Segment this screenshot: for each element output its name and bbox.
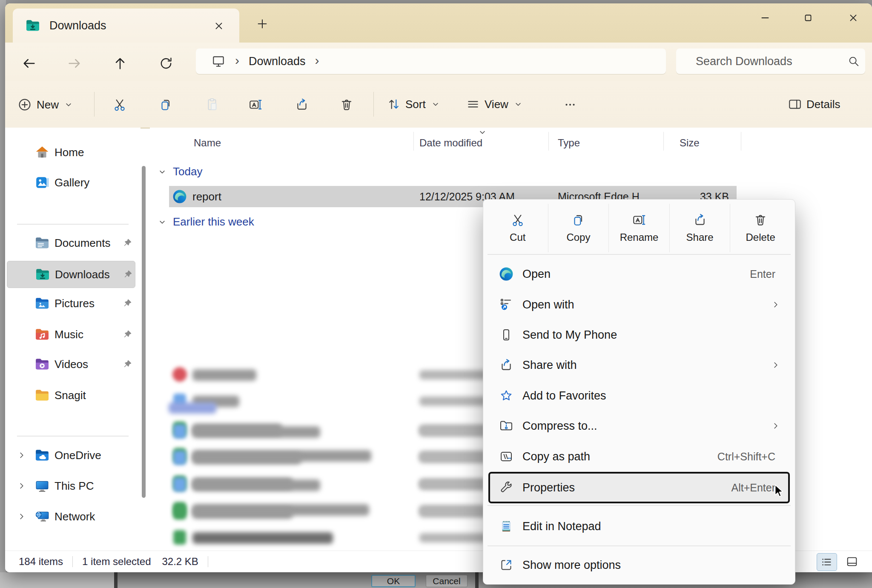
context-menu-item-copy-as-path[interactable]: Copy as path Ctrl+Shift+C — [489, 442, 789, 471]
sidebar-item-label: Documents — [54, 237, 111, 250]
chevron-right-icon[interactable] — [17, 481, 26, 491]
blurred-file-name — [192, 453, 301, 464]
cut-button[interactable] — [108, 95, 131, 114]
new-button[interactable]: New — [17, 97, 73, 112]
tab-downloads[interactable]: Downloads — [13, 9, 239, 43]
copy-button[interactable] — [154, 95, 177, 114]
search-icon[interactable] — [847, 55, 860, 68]
blurred-file-name — [192, 369, 256, 381]
context-menu-item-show-more-options[interactable]: Show more options — [489, 550, 789, 580]
column-header-size[interactable]: Size — [680, 137, 700, 149]
edge-icon — [498, 267, 515, 281]
see-more-button[interactable] — [559, 95, 582, 114]
group-header-blurred[interactable] — [169, 402, 216, 414]
context-menu-item-edit-in-notepad[interactable]: Edit in Notepad — [489, 511, 789, 541]
group-header-earlier-this-week[interactable]: Earlier this week — [158, 215, 254, 228]
context-menu-item-open[interactable]: Open Enter — [489, 259, 789, 289]
group-label: Today — [173, 165, 202, 178]
new-tab-button[interactable] — [251, 14, 273, 33]
column-header-type[interactable]: Type — [558, 137, 580, 149]
up-button[interactable] — [108, 54, 132, 73]
sort-button[interactable]: Sort — [387, 97, 440, 111]
quick-action-label: Share — [686, 231, 714, 243]
context-menu-item-share-with[interactable]: Share with — [489, 350, 789, 380]
menu-item-label: Open with — [522, 298, 574, 311]
search-input[interactable] — [695, 54, 847, 69]
file-blue-icon — [172, 451, 187, 465]
close-button[interactable] — [838, 7, 868, 29]
group-header-today[interactable]: Today — [158, 165, 202, 178]
quick-action-rename[interactable]: Rename — [609, 204, 670, 252]
sidebar-item-gallery[interactable]: Gallery — [7, 169, 135, 196]
file-green-icon — [172, 505, 187, 519]
address-bar[interactable]: › Downloads › — [196, 49, 666, 74]
monitor-icon[interactable] — [211, 54, 226, 69]
sidebar-item-documents[interactable]: Documents — [7, 230, 135, 256]
sidebar-item-music[interactable]: Music — [7, 321, 135, 348]
zip-folder-icon — [498, 419, 515, 433]
sidebar-item-pictures[interactable]: Pictures — [7, 290, 135, 317]
chevron-down-icon[interactable] — [158, 167, 167, 177]
column-separator[interactable] — [741, 132, 741, 151]
context-menu-item-add-to-favorites[interactable]: Add to Favorites — [489, 381, 789, 411]
sidebar-item-snagit[interactable]: Snagit — [7, 382, 135, 408]
share-button[interactable] — [290, 95, 313, 114]
sidebar-item-videos[interactable]: Videos — [7, 351, 135, 377]
context-menu-item-open-with[interactable]: Open with — [489, 290, 789, 320]
sidebar-scrollbar[interactable] — [142, 166, 146, 498]
sidebar-item-home[interactable]: Home — [7, 139, 135, 166]
search-box[interactable] — [676, 49, 865, 74]
folder-music-icon — [35, 328, 49, 341]
menu-item-label: Show more options — [522, 559, 621, 572]
open-with-icon — [498, 298, 515, 311]
sidebar-item-onedrive[interactable]: OneDrive — [7, 442, 135, 468]
rename-icon — [632, 213, 646, 227]
breadcrumb-downloads[interactable]: Downloads — [249, 55, 306, 68]
chevron-right-icon[interactable] — [17, 451, 26, 460]
delete-button[interactable] — [335, 95, 358, 114]
file-blue-icon — [172, 477, 187, 492]
back-button[interactable] — [17, 54, 41, 73]
thumbnail-view-toggle[interactable] — [842, 553, 862, 570]
column-separator[interactable] — [663, 132, 664, 151]
quick-action-share[interactable]: Share — [670, 204, 731, 252]
refresh-button[interactable] — [154, 54, 178, 73]
rename-button[interactable] — [244, 95, 267, 114]
sidebar-divider — [17, 436, 129, 437]
sort-label: Sort — [405, 98, 426, 111]
paste-button[interactable] — [201, 95, 224, 114]
menu-item-shortcut: Enter — [750, 268, 775, 280]
sidebar-item-label: Home — [54, 146, 84, 159]
forward-button[interactable] — [63, 54, 86, 73]
chevron-down-icon — [64, 100, 73, 109]
maximize-button[interactable] — [793, 7, 823, 29]
status-divider — [208, 556, 208, 567]
sidebar-item-label: Downloads — [55, 268, 110, 281]
quick-action-cut[interactable]: Cut — [488, 204, 548, 252]
details-pane-icon — [788, 97, 802, 111]
background-cancel-button[interactable]: Cancel — [426, 575, 468, 587]
chevron-down-icon[interactable] — [158, 217, 167, 227]
column-separator[interactable] — [548, 132, 549, 151]
sidebar-item-this-pc[interactable]: This PC — [7, 473, 135, 499]
quick-action-copy[interactable]: Copy — [548, 204, 609, 252]
view-button[interactable]: View — [466, 97, 523, 111]
quick-action-delete[interactable]: Delete — [730, 204, 791, 252]
details-pane-button[interactable]: Details — [788, 97, 844, 111]
sidebar-item-downloads[interactable]: Downloads — [7, 261, 135, 288]
background-ok-button[interactable]: OK — [371, 575, 416, 587]
column-separator[interactable] — [413, 132, 414, 151]
column-header-date-modified[interactable]: Date modified — [419, 137, 482, 149]
column-header-name[interactable]: Name — [194, 137, 221, 149]
sidebar-item-network[interactable]: Network — [7, 503, 135, 530]
context-menu-item-send-to-my-phone[interactable]: Send to My Phone — [489, 320, 789, 350]
context-menu-item-compress-to[interactable]: Compress to... — [489, 411, 789, 441]
minimize-button[interactable] — [750, 7, 780, 29]
chevron-right-icon[interactable] — [17, 512, 26, 521]
quick-action-label: Cut — [510, 231, 525, 243]
context-menu-item-properties[interactable]: Properties Alt+Enter — [489, 473, 789, 502]
tab-close-icon[interactable] — [210, 18, 227, 34]
details-view-toggle[interactable] — [817, 553, 837, 571]
folder-plain-icon — [35, 389, 49, 402]
view-toggles — [817, 553, 862, 571]
